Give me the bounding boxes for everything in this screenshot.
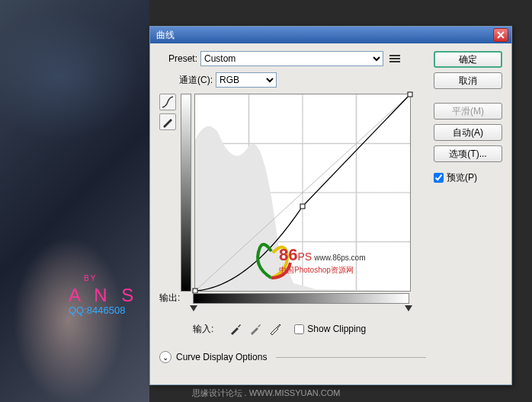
options-button[interactable]: 选项(T)... bbox=[434, 145, 502, 162]
svg-line-3 bbox=[195, 94, 410, 291]
cancel-button[interactable]: 取消 bbox=[434, 72, 502, 89]
preset-menu-icon[interactable] bbox=[389, 53, 400, 64]
channel-label: 通道(C): bbox=[175, 74, 213, 87]
eyedropper-white[interactable] bbox=[268, 322, 282, 336]
footer-watermark: 思缘设计论坛 . WWW.MISSYUAN.COM bbox=[0, 388, 532, 399]
input-label: 输入: bbox=[193, 323, 213, 336]
ok-button[interactable]: 确定 bbox=[434, 51, 502, 68]
preset-select[interactable]: Custom bbox=[200, 51, 383, 66]
show-clipping-label: Show Clipping bbox=[307, 324, 366, 334]
white-point-slider[interactable] bbox=[405, 305, 412, 311]
watermark-by: BY bbox=[84, 274, 97, 282]
curve-point-tool[interactable] bbox=[159, 94, 176, 110]
preview-input[interactable] bbox=[434, 173, 444, 183]
curve-point-2[interactable] bbox=[408, 92, 413, 97]
svg-rect-0 bbox=[389, 55, 400, 56]
channel-select[interactable]: RGB bbox=[216, 72, 277, 88]
curve-pencil-tool[interactable] bbox=[159, 113, 176, 130]
display-options-label: Curve Display Options bbox=[176, 352, 267, 362]
watermark-ans: A N S bbox=[69, 285, 138, 306]
show-clipping-input[interactable] bbox=[294, 324, 304, 334]
eyedropper-icon bbox=[229, 322, 242, 336]
curve-point-1[interactable] bbox=[300, 204, 306, 209]
eyedropper-gray[interactable] bbox=[248, 322, 262, 336]
eyedropper-black[interactable] bbox=[229, 322, 242, 336]
preview-label: 预览(P) bbox=[447, 171, 477, 184]
preview-checkbox[interactable]: 预览(P) bbox=[434, 171, 502, 184]
auto-button[interactable]: 自动(A) bbox=[434, 124, 502, 141]
close-icon bbox=[497, 31, 505, 39]
titlebar[interactable]: 曲线 bbox=[150, 27, 511, 43]
smooth-button[interactable]: 平滑(M) bbox=[434, 103, 502, 120]
curve-grid[interactable]: 86PS www.86ps.com 中国Photoshop资源网 bbox=[194, 94, 411, 292]
input-gradient bbox=[193, 293, 409, 304]
dialog-title: 曲线 bbox=[156, 29, 493, 42]
svg-rect-1 bbox=[389, 58, 400, 59]
curves-dialog: 曲线 Preset: Custom 通道(C): RGB bbox=[149, 26, 512, 385]
eyedropper-icon bbox=[248, 322, 262, 336]
background-photo bbox=[0, 0, 149, 402]
pencil-icon bbox=[162, 116, 174, 128]
eyedropper-icon bbox=[268, 322, 282, 336]
output-gradient bbox=[181, 94, 191, 292]
watermark-qq: QQ:8446508 bbox=[69, 305, 125, 316]
preset-label: Preset: bbox=[159, 53, 197, 64]
show-clipping-checkbox[interactable]: Show Clipping bbox=[294, 324, 366, 334]
svg-rect-2 bbox=[389, 61, 400, 62]
divider bbox=[276, 357, 426, 358]
output-label: 输出: bbox=[159, 292, 180, 305]
curve-icon bbox=[162, 96, 174, 108]
close-button[interactable] bbox=[493, 28, 508, 42]
black-point-slider[interactable] bbox=[190, 305, 197, 311]
curve-line bbox=[195, 94, 410, 291]
display-options-toggle[interactable]: ⌄ bbox=[159, 351, 171, 363]
